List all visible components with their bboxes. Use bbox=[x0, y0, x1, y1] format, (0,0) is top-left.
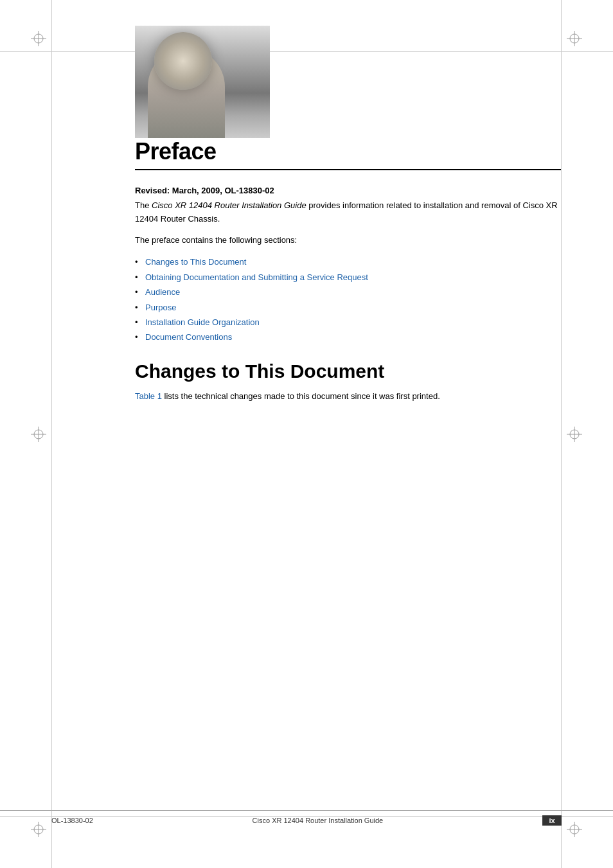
crosshair-mid-right bbox=[567, 427, 582, 442]
conventions-link[interactable]: Document Conventions bbox=[145, 332, 232, 342]
page: Preface Revised: March, 2009, OL-13830-0… bbox=[0, 0, 613, 868]
list-item: Changes to This Document bbox=[135, 254, 562, 269]
left-border bbox=[51, 0, 52, 868]
table-1-link[interactable]: Table 1 bbox=[135, 391, 162, 401]
revised-label: Revised: March, 2009, OL-13830-02 bbox=[135, 186, 562, 195]
content-area: Preface Revised: March, 2009, OL-13830-0… bbox=[135, 0, 562, 403]
crosshair-top-left bbox=[31, 31, 46, 46]
list-item: Document Conventions bbox=[135, 330, 562, 344]
hero-image bbox=[135, 26, 270, 138]
list-item: Audience bbox=[135, 285, 562, 299]
footer-title: Cisco XR 12404 Router Installation Guide bbox=[253, 817, 384, 824]
obtaining-link[interactable]: Obtaining Documentation and Submitting a… bbox=[145, 272, 368, 282]
page-title: Preface bbox=[135, 138, 562, 165]
crosshair-mid-left bbox=[31, 427, 46, 442]
list-item: Installation Guide Organization bbox=[135, 315, 562, 330]
footer: OL-13830-02 Cisco XR 12404 Router Instal… bbox=[0, 810, 613, 829]
organization-link[interactable]: Installation Guide Organization bbox=[145, 317, 260, 327]
footer-page-number: ix bbox=[542, 815, 562, 826]
book-title-italic: Cisco XR 12404 Router Installation Guide bbox=[152, 200, 306, 210]
top-border bbox=[0, 51, 613, 52]
sections-list: Changes to This Document Obtaining Docum… bbox=[135, 254, 562, 344]
changes-section-heading: Changes to This Document bbox=[135, 360, 562, 382]
right-border bbox=[561, 0, 562, 868]
intro-pre: The bbox=[135, 200, 152, 210]
changes-section-text: Table 1 lists the technical changes made… bbox=[135, 390, 562, 403]
purpose-link[interactable]: Purpose bbox=[145, 303, 176, 312]
photo-figure bbox=[148, 48, 225, 138]
footer-doc-id: OL-13830-02 bbox=[51, 817, 93, 824]
section-text-post: lists the technical changes made to this… bbox=[162, 391, 440, 401]
preface-sections-intro: The preface contains the following secti… bbox=[135, 234, 562, 247]
intro-paragraph: The Cisco XR 12404 Router Installation G… bbox=[135, 199, 562, 226]
title-rule bbox=[135, 169, 562, 170]
list-item: Purpose bbox=[135, 300, 562, 315]
crosshair-top-right bbox=[567, 31, 582, 46]
changes-link[interactable]: Changes to This Document bbox=[145, 257, 246, 267]
list-item: Obtaining Documentation and Submitting a… bbox=[135, 270, 562, 285]
audience-link[interactable]: Audience bbox=[145, 287, 180, 297]
